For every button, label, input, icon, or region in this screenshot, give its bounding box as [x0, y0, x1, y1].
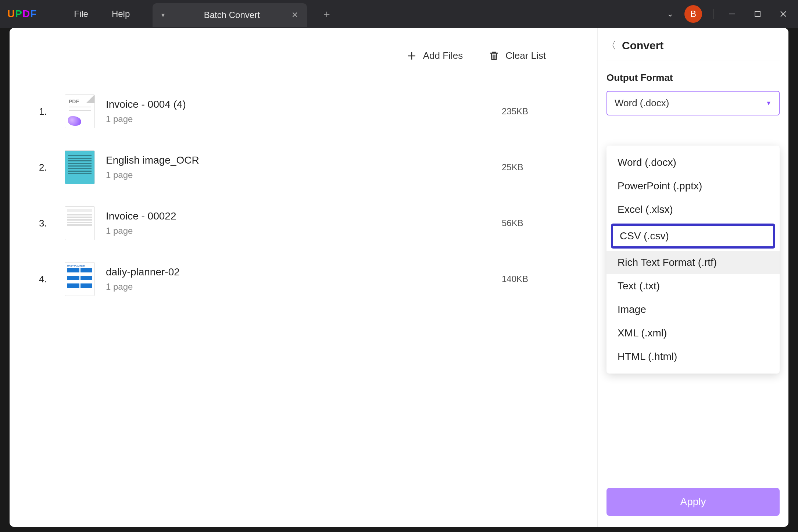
file-pages: 1 page [106, 282, 491, 292]
back-icon[interactable]: 〈 [606, 39, 616, 52]
format-option-xml[interactable]: XML (.xml) [606, 321, 780, 345]
window-maximize-icon[interactable] [750, 11, 765, 17]
file-meta: Invoice - 0004 (4) 1 page [106, 99, 491, 124]
tab-dropdown-icon[interactable]: ▾ [161, 11, 165, 19]
avatar[interactable]: B [684, 5, 702, 23]
svg-rect-1 [755, 11, 760, 17]
main-area: Add Files Clear List 1. PDF Invoice - 00… [10, 28, 597, 527]
file-meta: English image_OCR 1 page [106, 154, 491, 180]
format-option-excel[interactable]: Excel (.xlsx) [606, 198, 780, 221]
format-option-csv[interactable]: CSV (.csv) [611, 224, 775, 249]
divider [53, 8, 53, 20]
file-row[interactable]: 2. English image_OCR 1 page 25KB [39, 139, 568, 195]
window-close-icon[interactable] [776, 10, 791, 18]
output-format-label: Output Format [606, 72, 780, 83]
file-number: 3. [39, 218, 54, 229]
file-thumbnail [65, 206, 95, 240]
format-option-image[interactable]: Image [606, 298, 780, 321]
file-pages: 1 page [106, 114, 491, 124]
clear-list-button[interactable]: Clear List [489, 50, 546, 61]
format-option-powerpoint[interactable]: PowerPoint (.pptx) [606, 174, 780, 198]
app-body: Add Files Clear List 1. PDF Invoice - 00… [10, 28, 788, 527]
file-size: 140KB [502, 274, 568, 284]
account-dropdown-icon[interactable]: ⌄ [667, 9, 673, 19]
titlebar-right: ⌄ B [667, 5, 791, 23]
tab-close-icon[interactable]: ✕ [291, 10, 298, 20]
plus-icon [406, 50, 417, 61]
file-number: 4. [39, 274, 54, 285]
file-number: 1. [39, 106, 54, 117]
file-meta: daliy-planner-02 1 page [106, 266, 491, 292]
menu-file[interactable]: File [62, 9, 100, 19]
chevron-down-icon: ▼ [766, 100, 772, 107]
file-name: daliy-planner-02 [106, 266, 491, 278]
format-option-text[interactable]: Text (.txt) [606, 274, 780, 298]
file-name: English image_OCR [106, 154, 491, 166]
add-files-label: Add Files [423, 50, 463, 61]
selected-format-value: Word (.docx) [615, 97, 669, 109]
menu-help[interactable]: Help [100, 9, 142, 19]
divider [713, 9, 713, 19]
file-size: 25KB [502, 162, 568, 172]
format-dropdown: Word (.docx) PowerPoint (.pptx) Excel (.… [606, 146, 780, 374]
format-option-html[interactable]: HTML (.html) [606, 345, 780, 368]
titlebar: UPDF File Help ▾ Batch Convert ✕ ＋ ⌄ B [0, 0, 798, 28]
file-name: Invoice - 00022 [106, 210, 491, 222]
new-tab-button[interactable]: ＋ [322, 7, 332, 21]
file-row[interactable]: 3. Invoice - 00022 1 page 56KB [39, 195, 568, 251]
panel-title: Convert [622, 39, 663, 52]
file-size: 56KB [502, 218, 568, 228]
file-pages: 1 page [106, 226, 491, 236]
panel-header: 〈 Convert [606, 39, 780, 61]
window-minimize-icon[interactable] [724, 10, 739, 18]
apply-button[interactable]: Apply [606, 488, 780, 516]
file-pages: 1 page [106, 170, 491, 180]
file-thumbnail: DAILY PLANNER [65, 262, 95, 296]
format-option-word[interactable]: Word (.docx) [606, 151, 780, 174]
file-row[interactable]: 4. DAILY PLANNER daliy-planner-02 1 page… [39, 251, 568, 307]
file-name: Invoice - 0004 (4) [106, 99, 491, 110]
list-toolbar: Add Files Clear List [39, 43, 568, 76]
file-thumbnail: PDF [65, 94, 95, 128]
file-thumbnail [65, 150, 95, 184]
tab-batch-convert[interactable]: ▾ Batch Convert ✕ [153, 3, 307, 27]
convert-panel: 〈 Convert Output Format Word (.docx) ▼ W… [597, 28, 788, 527]
output-format-select[interactable]: Word (.docx) ▼ [606, 91, 780, 115]
file-number: 2. [39, 162, 54, 173]
tab-title: Batch Convert [187, 10, 277, 20]
file-meta: Invoice - 00022 1 page [106, 210, 491, 236]
app-logo: UPDF [7, 8, 37, 20]
file-size: 235KB [502, 106, 568, 117]
trash-icon [489, 50, 500, 61]
format-option-rtf[interactable]: Rich Text Format (.rtf) [606, 251, 780, 274]
file-row[interactable]: 1. PDF Invoice - 0004 (4) 1 page 235KB [39, 83, 568, 139]
file-list: 1. PDF Invoice - 0004 (4) 1 page 235KB 2… [39, 76, 568, 314]
clear-list-label: Clear List [505, 50, 546, 61]
add-files-button[interactable]: Add Files [406, 50, 463, 61]
